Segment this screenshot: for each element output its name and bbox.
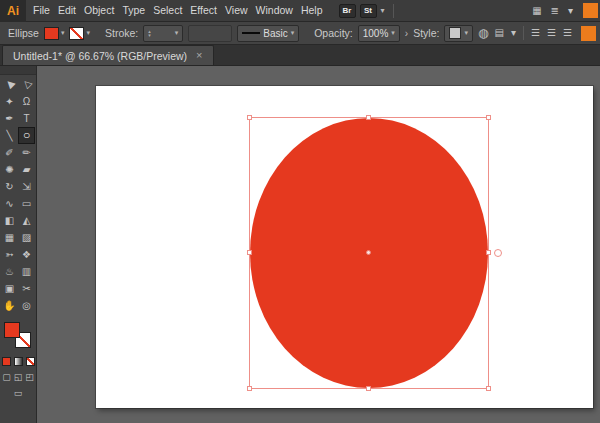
graphic-style-combo[interactable]: ▾ xyxy=(444,25,473,42)
fill-indicator-swatch[interactable] xyxy=(4,322,20,338)
document-setup-icon[interactable]: ▤ xyxy=(495,28,504,38)
align-right-icon[interactable]: ☰ xyxy=(563,28,572,38)
menu-item-edit[interactable]: Edit xyxy=(54,0,80,21)
shape-builder-tool[interactable]: ◧ xyxy=(1,212,18,229)
menu-bar: Ai FileEditObjectTypeSelectEffectViewWin… xyxy=(0,0,600,22)
app-logo: Ai xyxy=(0,0,26,22)
screen-mode-button[interactable]: ▭ xyxy=(14,388,23,398)
transparency-flyout-icon[interactable]: › xyxy=(405,28,408,39)
document-tab[interactable]: Untitled-1* @ 66.67% (RGB/Preview) × xyxy=(2,45,214,65)
options-bar: Ellipse ▾ ▾ Stroke: ▴▾ ▾ Basic ▾ Opacity… xyxy=(0,22,600,45)
stroke-color-swatch[interactable]: ▾ xyxy=(69,27,90,40)
workspace: ▶▷✦Ω✒T╲○✐✏✺▰↻⇲∿▭◧◭▦▨➳❖♨▥▣✂✋◎ ▢◱◰ ▭ xyxy=(0,66,600,423)
menu-bar-accent-square xyxy=(583,3,598,18)
align-center-icon[interactable]: ☰ xyxy=(547,28,556,38)
blob-brush-tool[interactable]: ✺ xyxy=(1,161,18,178)
chevron-down-icon: ▾ xyxy=(391,29,395,37)
draw-inside-mode-button[interactable]: ◰ xyxy=(25,372,34,382)
selection-center-point[interactable] xyxy=(366,250,371,255)
pen-tool[interactable]: ✒ xyxy=(1,110,18,127)
arrange-documents-icon[interactable]: ▦ xyxy=(532,6,541,16)
selection-handle-bottom-center[interactable] xyxy=(366,386,371,391)
selection-handle-top-right[interactable] xyxy=(486,115,491,120)
eraser-tool[interactable]: ▰ xyxy=(18,161,35,178)
scale-tool[interactable]: ⇲ xyxy=(18,178,35,195)
selection-bounding-box xyxy=(249,117,489,389)
stock-button[interactable]: St xyxy=(360,4,377,18)
document-tab-label: Untitled-1* @ 66.67% (RGB/Preview) xyxy=(13,50,187,62)
hand-tool[interactable]: ✋ xyxy=(1,297,18,314)
chevron-down-icon: ▾ xyxy=(61,29,65,37)
document-setup-dropdown-icon[interactable]: ▾ xyxy=(511,28,516,38)
type-tool[interactable]: T xyxy=(18,110,35,127)
paintbrush-tool[interactable]: ✐ xyxy=(1,144,18,161)
app-bar-dropdown-icon[interactable]: ▾ xyxy=(381,6,385,15)
perspective-grid-tool[interactable]: ◭ xyxy=(18,212,35,229)
tab-close-icon[interactable]: × xyxy=(196,50,202,61)
column-graph-tool[interactable]: ▥ xyxy=(18,263,35,280)
width-tool[interactable]: ∿ xyxy=(1,195,18,212)
blend-tool[interactable]: ❖ xyxy=(18,246,35,263)
selection-handle-top-left[interactable] xyxy=(247,115,252,120)
slice-tool[interactable]: ✂ xyxy=(18,280,35,297)
symbol-sprayer-tool[interactable]: ♨ xyxy=(1,263,18,280)
tool-grid: ▶▷✦Ω✒T╲○✐✏✺▰↻⇲∿▭◧◭▦▨➳❖♨▥▣✂✋◎ xyxy=(1,76,35,314)
workspace-switcher-icon[interactable]: ≣ xyxy=(551,6,559,16)
none-mode-button[interactable] xyxy=(26,357,35,366)
eyedropper-tool[interactable]: ➳ xyxy=(1,246,18,263)
chevron-down-icon: ▾ xyxy=(86,29,90,37)
brush-stroke-preview-icon xyxy=(242,32,260,34)
selection-handle-middle-right[interactable] xyxy=(486,250,491,255)
style-swatch-icon xyxy=(449,27,461,39)
menu-item-type[interactable]: Type xyxy=(118,0,149,21)
app-bar-buttons: BrSt xyxy=(339,4,377,18)
fill-color-swatch[interactable]: ▾ xyxy=(44,27,65,40)
free-transform-tool[interactable]: ▭ xyxy=(18,195,35,212)
stroke-none-swatch-icon xyxy=(69,27,84,40)
selection-handle-bottom-left[interactable] xyxy=(247,386,252,391)
stroke-weight-combo[interactable]: ▴▾ ▾ xyxy=(143,25,183,42)
bridge-button[interactable]: Br xyxy=(339,4,356,18)
stroke-weight-stepper[interactable]: ▴▾ xyxy=(148,29,151,37)
width-profile-combo xyxy=(188,25,232,42)
menu-item-object[interactable]: Object xyxy=(80,0,118,21)
menu-item-window[interactable]: Window xyxy=(252,0,297,21)
gradient-mode-button[interactable] xyxy=(14,357,23,366)
tools-panel-grip[interactable] xyxy=(0,66,36,75)
color-mode-button[interactable] xyxy=(2,357,11,366)
menu-item-file[interactable]: File xyxy=(29,0,54,21)
align-left-icon[interactable]: ☰ xyxy=(531,28,540,38)
mesh-tool[interactable]: ▦ xyxy=(1,229,18,246)
menu-item-effect[interactable]: Effect xyxy=(186,0,221,21)
selection-handle-middle-left[interactable] xyxy=(247,250,252,255)
fill-stroke-control xyxy=(2,321,34,351)
opacity-combo[interactable]: 100% ▾ xyxy=(358,25,400,42)
options-bar-accent-square xyxy=(581,26,596,41)
artboard-tool[interactable]: ▣ xyxy=(1,280,18,297)
canvas-area[interactable] xyxy=(37,66,600,423)
style-label: Style: xyxy=(413,27,439,39)
draw-normal-mode-button[interactable]: ▢ xyxy=(2,372,11,382)
rotate-tool[interactable]: ↻ xyxy=(1,178,18,195)
zoom-tool[interactable]: ◎ xyxy=(18,297,35,314)
opacity-label: Opacity: xyxy=(314,27,353,39)
menu-item-view[interactable]: View xyxy=(221,0,252,21)
brush-definition-combo[interactable]: Basic ▾ xyxy=(237,25,299,42)
menu-item-help[interactable]: Help xyxy=(297,0,327,21)
options-right-icons: ▤▾☰☰☰ xyxy=(495,26,572,40)
workspace-menu-icon[interactable]: ▾ xyxy=(568,6,573,16)
color-mode-row xyxy=(2,357,35,366)
screen-mode-row: ▭ xyxy=(14,388,23,398)
menu-item-select[interactable]: Select xyxy=(149,0,186,21)
ellipse-tool[interactable]: ○ xyxy=(18,127,35,144)
document-tab-bar: Untitled-1* @ 66.67% (RGB/Preview) × xyxy=(0,45,600,66)
selection-handle-top-center[interactable] xyxy=(366,115,371,120)
line-segment-tool[interactable]: ╲ xyxy=(1,127,18,144)
gradient-tool[interactable]: ▨ xyxy=(18,229,35,246)
draw-behind-mode-button[interactable]: ◱ xyxy=(14,372,23,382)
workspace-icons: ▦≣▾ xyxy=(532,6,573,16)
shape-side-widget[interactable] xyxy=(494,249,502,257)
pencil-tool[interactable]: ✏ xyxy=(18,144,35,161)
selection-handle-bottom-right[interactable] xyxy=(486,386,491,391)
recolor-artwork-icon[interactable]: ◍ xyxy=(478,28,488,38)
